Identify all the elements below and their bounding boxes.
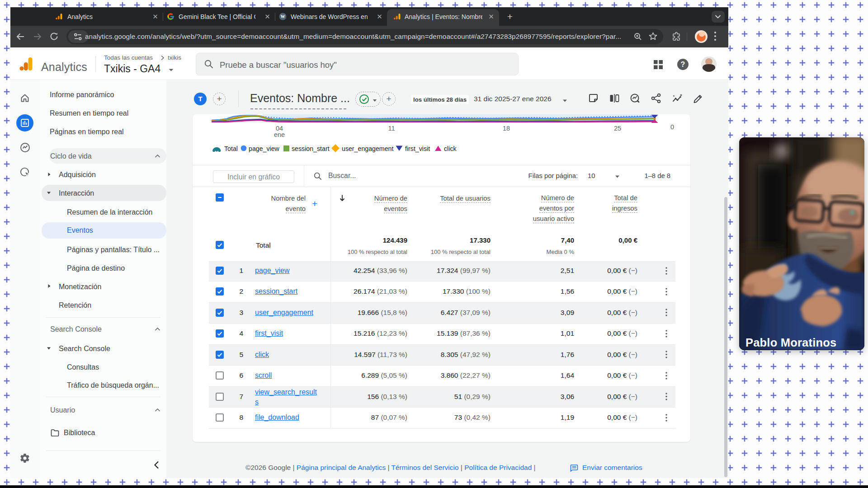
svg-text:25: 25: [614, 125, 621, 132]
svg-text:session_start: session_start: [292, 145, 330, 152]
svg-text:0: 0: [670, 123, 674, 131]
svg-text:Total: Total: [224, 145, 238, 152]
svg-text:11: 11: [388, 125, 395, 132]
svg-text:ene: ene: [274, 131, 285, 138]
svg-text:18: 18: [503, 125, 510, 132]
svg-text:click: click: [444, 145, 457, 152]
svg-text:page_view: page_view: [249, 145, 280, 152]
svg-text:first_visit: first_visit: [405, 145, 430, 152]
svg-text:user_engagement: user_engagement: [342, 145, 393, 152]
svg-text:W: W: [281, 14, 285, 19]
